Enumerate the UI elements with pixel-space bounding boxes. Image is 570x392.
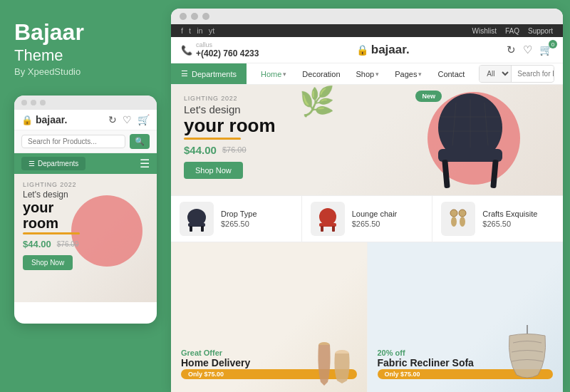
- hero-price-row: $44.00 $76.00: [184, 144, 354, 156]
- hanging-chair-svg: [499, 325, 556, 389]
- mobile-price: $44.00: [23, 239, 51, 249]
- svg-point-13: [319, 208, 336, 225]
- twitter-icon[interactable]: t: [189, 26, 191, 35]
- mobile-search-bar: 🔍: [14, 130, 157, 153]
- mobile-mockup: 🔒 bajaar. ↻ ♡ 🛒 🔍 ☰ Departments ☰ LIGHTI…: [14, 96, 157, 324]
- vase-svg: [310, 332, 360, 389]
- left-panel: Bajaar Theme By XpeedStudio 🔒 bajaar. ↻ …: [0, 0, 171, 392]
- product-chair-svg-1: [314, 205, 342, 233]
- desktop-header-left: 📞 callus +(402) 760 4233: [181, 41, 259, 58]
- product-price-1: $265.50: [352, 220, 398, 228]
- search-category-select[interactable]: All: [480, 66, 512, 82]
- desktop-hero-banner: 🌿 LIGHTING 2022 Let's design your room $…: [171, 85, 563, 195]
- svg-point-17: [450, 210, 457, 217]
- phone-icon: 📞: [181, 45, 192, 56]
- desktop-phone: 📞 callus +(402) 760 4233: [181, 41, 259, 58]
- nav-link-shop[interactable]: Shop▾: [349, 64, 387, 84]
- mobile-hero-tag: LIGHTING 2022: [23, 181, 77, 188]
- desktop-logo: 🔒 bajaar.: [356, 43, 410, 57]
- svg-rect-15: [321, 226, 323, 232]
- product-thumb-2: [441, 202, 475, 236]
- bottom-card-1[interactable]: 20% off Fabric Recliner Sofa Only $75.00: [368, 242, 564, 392]
- mobile-dot-2: [31, 100, 36, 105]
- vase-decoration: [310, 332, 360, 392]
- product-card-1[interactable]: Lounge chair $265.50: [302, 196, 433, 242]
- mobile-hero-content: LIGHTING 2022 Let's design your room $44…: [14, 174, 86, 277]
- svg-point-18: [451, 217, 457, 227]
- product-info-0: Drop Type $265.50: [221, 210, 257, 228]
- desktop-hero-content: LIGHTING 2022 Let's design your room $44…: [171, 85, 367, 189]
- product-name-0: Drop Type: [221, 210, 257, 218]
- youtube-icon[interactable]: yt: [209, 26, 215, 35]
- mobile-logo-text: bajaar.: [36, 114, 67, 125]
- desktop-title-bar: [171, 9, 563, 24]
- desktop-nav: ☰ Departments Home▾ Decoration Shop▾ Pag…: [171, 63, 563, 85]
- svg-rect-11: [190, 226, 192, 232]
- desktop-dot-1: [180, 13, 187, 20]
- product-thumb-1: [311, 202, 345, 236]
- product-card-2[interactable]: Crafts Exquisite $265.50: [432, 196, 563, 242]
- desktop-logo-text: bajaar.: [371, 43, 410, 57]
- product-card-0[interactable]: Drop Type $265.50: [171, 196, 302, 242]
- support-link[interactable]: Support: [528, 27, 553, 35]
- desktop-lock-icon: 🔒: [356, 44, 368, 56]
- svg-rect-12: [201, 226, 204, 232]
- cart-count: 0: [549, 40, 557, 48]
- hamburger-icon: ☰: [28, 160, 35, 167]
- phone-number: +(402) 760 4233: [196, 48, 259, 58]
- desktop-hamburger-icon: ☰: [181, 69, 188, 78]
- bottom-row: Great Offer Home Delivery Only $75.00 20…: [171, 242, 563, 392]
- brand-by: By XpeedStudio: [14, 66, 157, 77]
- product-name-1: Lounge chair: [352, 210, 398, 218]
- products-row: Drop Type $265.50 Lounge chair $265.50: [171, 195, 563, 242]
- facebook-icon[interactable]: f: [181, 26, 183, 35]
- desktop-refresh-icon[interactable]: ↻: [507, 43, 516, 56]
- hero-shop-button[interactable]: Shop Now: [184, 162, 243, 179]
- nav-link-home[interactable]: Home▾: [254, 64, 294, 84]
- hanging-chair-decoration: [499, 325, 556, 392]
- mobile-price-row: $44.00 $76.00: [23, 239, 77, 249]
- mobile-hero-underline: [23, 232, 80, 234]
- mobile-search-button[interactable]: 🔍: [130, 134, 150, 149]
- hero-line2: your room: [184, 115, 354, 136]
- product-thumb-0: [180, 202, 214, 236]
- mobile-search-input[interactable]: [21, 135, 125, 148]
- mobile-departments-button[interactable]: ☰ Departments: [21, 157, 86, 170]
- bottom-card-0[interactable]: Great Offer Home Delivery Only $75.00: [171, 242, 368, 392]
- mobile-shop-button[interactable]: Shop Now: [23, 255, 73, 270]
- desktop-social-icons: f t in yt: [181, 26, 214, 35]
- hero-line1: Let's design: [184, 103, 354, 115]
- mobile-header-icons: ↻ ♡ 🛒: [108, 114, 150, 125]
- wishlist-link[interactable]: Wishlist: [472, 27, 497, 35]
- mobile-title-bar: [14, 96, 157, 110]
- desktop-cart[interactable]: 🛒 0: [539, 43, 553, 56]
- nav-link-pages[interactable]: Pages▾: [388, 64, 429, 84]
- mobile-nav-bar: ☰ Departments ☰: [14, 153, 157, 174]
- linkedin-icon[interactable]: in: [197, 26, 203, 35]
- mobile-hero-line2: your: [23, 200, 77, 215]
- desktop-departments-button[interactable]: ☰ Departments: [171, 63, 247, 84]
- product-chair-svg-0: [182, 205, 211, 233]
- hero-price: $44.00: [184, 144, 217, 156]
- mobile-menu-icon: ☰: [140, 157, 150, 170]
- nav-link-decoration[interactable]: Decoration: [295, 64, 347, 84]
- mobile-dot-3: [40, 100, 46, 105]
- mobile-lock-icon: 🔒: [21, 115, 33, 125]
- hero-new-badge: New: [415, 91, 442, 102]
- faq-link[interactable]: FAQ: [505, 27, 519, 35]
- mobile-cart-icon: 🛒: [138, 114, 150, 125]
- chair-svg: [413, 88, 527, 195]
- mobile-logo: 🔒 bajaar.: [21, 114, 67, 125]
- mobile-header: 🔒 bajaar. ↻ ♡ 🛒: [14, 110, 157, 130]
- nav-link-contact[interactable]: Contact: [430, 64, 472, 84]
- product-info-2: Crafts Exquisite $265.50: [482, 210, 537, 228]
- svg-rect-16: [332, 226, 335, 232]
- desktop-header: 📞 callus +(402) 760 4233 🔒 bajaar. ↻ ♡ 🛒…: [171, 37, 563, 63]
- mobile-dept-label: Departments: [38, 160, 78, 167]
- mobile-banner: LIGHTING 2022 Let's design your room $44…: [14, 174, 157, 302]
- desktop-search-input[interactable]: [512, 66, 554, 81]
- hero-old-price: $76.00: [222, 145, 247, 154]
- brand-title: Bajaar: [14, 20, 157, 45]
- desktop-heart-icon[interactable]: ♡: [523, 43, 532, 56]
- mobile-hero-line3: room: [23, 215, 77, 231]
